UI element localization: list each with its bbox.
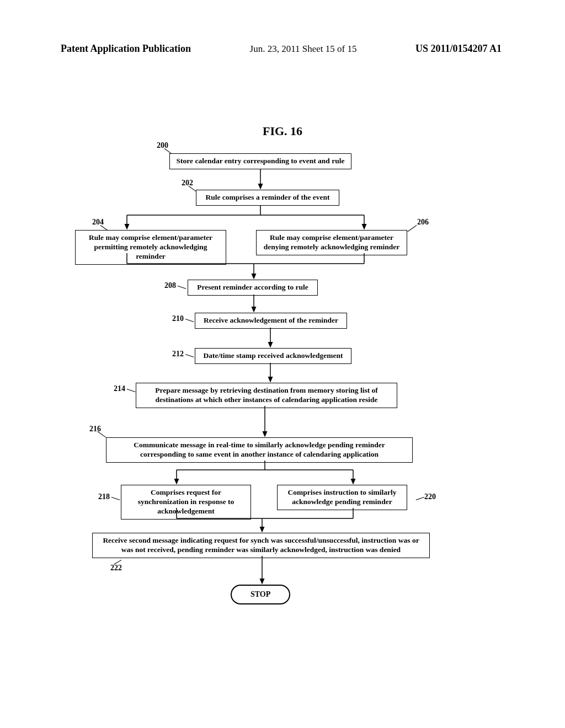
flow-connectors	[0, 0, 565, 728]
ref-206: 206	[417, 218, 429, 227]
ref-202: 202	[182, 179, 193, 188]
box-222: Receive second message indicating reques…	[92, 533, 430, 558]
box-204: Rule may comprise element/parameter perm…	[75, 230, 226, 265]
lead-206	[407, 225, 417, 232]
box-208: Present reminder according to rule	[188, 280, 318, 296]
lead-218	[111, 497, 120, 500]
box-212: Date/time stamp received acknowledgement	[195, 348, 351, 364]
header-right: US 2011/0154207 A1	[415, 43, 502, 55]
lead-210	[185, 319, 194, 322]
ref-208: 208	[164, 281, 176, 290]
lead-208	[178, 286, 186, 289]
stop-terminator: STOP	[231, 585, 290, 604]
box-214: Prepare message by retrieving destinatio…	[136, 383, 397, 408]
box-206: Rule may comprise element/parameter deny…	[256, 230, 407, 255]
ref-210: 210	[172, 314, 184, 323]
box-210: Receive acknowledgement of the reminder	[195, 313, 347, 329]
box-200: Store calendar entry corresponding to ev…	[169, 153, 351, 169]
ref-212: 212	[172, 350, 184, 358]
box-216: Communicate message in real-time to simi…	[106, 437, 413, 463]
lead-216	[98, 431, 106, 437]
box-220: Comprises instruction to similarly ackno…	[277, 485, 407, 510]
lead-220	[416, 497, 425, 500]
header-left: Patent Application Publication	[61, 43, 191, 55]
ref-222: 222	[110, 564, 122, 572]
ref-214: 214	[114, 384, 125, 393]
lead-214	[127, 389, 136, 392]
lead-212	[185, 354, 194, 357]
header-mid: Jun. 23, 2011 Sheet 15 of 15	[250, 44, 357, 55]
box-202: Rule comprises a reminder of the event	[196, 190, 339, 206]
figure-title: FIG. 16	[263, 124, 302, 138]
ref-204: 204	[92, 218, 104, 227]
box-218: Comprises request for synchronization in…	[121, 485, 251, 520]
ref-218: 218	[98, 493, 110, 501]
ref-200: 200	[157, 141, 168, 150]
ref-220: 220	[424, 493, 436, 501]
page-header: Patent Application Publication Jun. 23, …	[61, 43, 502, 55]
